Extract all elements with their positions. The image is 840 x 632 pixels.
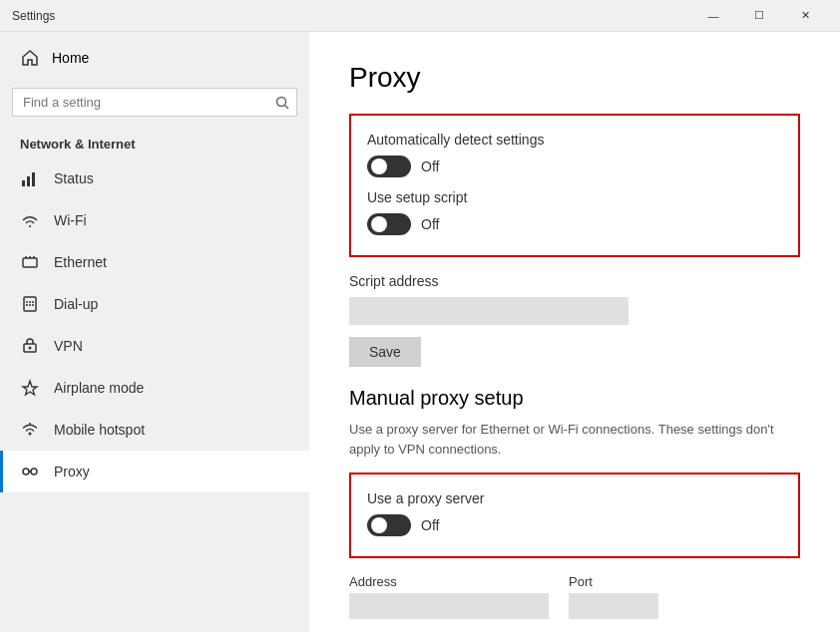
address-port-row: Address Port (349, 574, 800, 619)
dialup-icon (20, 294, 40, 314)
auto-detect-toggle-row: Off (367, 156, 782, 177)
app-container: Home Network & Internet S (0, 32, 840, 632)
sidebar-item-label: Wi-Fi (54, 212, 87, 228)
sidebar-item-wifi[interactable]: Wi-Fi (0, 199, 309, 241)
wifi-icon (20, 210, 40, 230)
svg-point-21 (23, 469, 29, 474)
vpn-icon (20, 336, 40, 356)
home-icon (20, 48, 40, 68)
close-button[interactable]: ✕ (782, 0, 828, 32)
search-input[interactable] (12, 88, 297, 117)
svg-point-11 (26, 301, 28, 303)
svg-line-1 (285, 105, 289, 109)
airplane-icon (20, 378, 40, 398)
auto-detect-toggle[interactable] (367, 156, 411, 177)
search-icon (275, 96, 289, 110)
hotspot-icon (20, 420, 40, 440)
sidebar-item-vpn[interactable]: VPN (0, 325, 309, 367)
svg-point-13 (32, 301, 34, 303)
sidebar-item-label: VPN (54, 338, 83, 354)
svg-rect-6 (23, 258, 37, 267)
sidebar-item-label: Dial-up (54, 296, 98, 312)
script-address-input[interactable] (349, 297, 629, 325)
auto-detect-label: Automatically detect settings (367, 132, 782, 148)
address-group: Address (349, 574, 549, 619)
sidebar-item-label: Airplane mode (54, 380, 144, 396)
svg-rect-3 (27, 176, 30, 186)
port-group: Port (569, 574, 658, 619)
titlebar-title: Settings (12, 9, 690, 23)
sidebar-item-status[interactable]: Status (0, 158, 309, 199)
manual-proxy-title: Manual proxy setup (349, 387, 800, 410)
sidebar: Home Network & Internet S (0, 32, 309, 632)
setup-script-toggle[interactable] (367, 213, 411, 235)
port-label: Port (569, 574, 658, 589)
maximize-button[interactable]: ☐ (736, 0, 782, 32)
minimize-button[interactable]: — (690, 0, 736, 32)
sidebar-item-label: Ethernet (54, 254, 107, 270)
setup-script-label: Use setup script (367, 189, 782, 205)
sidebar-item-dialup[interactable]: Dial-up (0, 283, 309, 325)
use-proxy-toggle-row: Off (367, 514, 782, 536)
sidebar-item-label: Mobile hotspot (54, 422, 145, 438)
sidebar-item-ethernet[interactable]: Ethernet (0, 241, 309, 283)
sidebar-item-label: Proxy (54, 464, 90, 479)
content-area: Proxy Automatically detect settings Off … (309, 32, 840, 632)
address-input[interactable] (349, 593, 549, 619)
titlebar: Settings — ☐ ✕ (0, 0, 840, 32)
svg-point-16 (32, 304, 34, 306)
svg-rect-5 (37, 170, 38, 171)
sidebar-home-item[interactable]: Home (0, 32, 309, 84)
svg-point-22 (31, 469, 37, 474)
svg-point-19 (29, 433, 32, 436)
titlebar-controls: — ☐ ✕ (690, 0, 828, 32)
use-proxy-toggle[interactable] (367, 514, 411, 536)
status-icon (20, 168, 40, 188)
sidebar-item-proxy[interactable]: Proxy (0, 451, 309, 492)
svg-rect-2 (22, 180, 25, 186)
sidebar-item-airplane[interactable]: Airplane mode (0, 367, 309, 409)
setup-script-toggle-row: Off (367, 213, 782, 235)
save-button[interactable]: Save (349, 337, 421, 367)
svg-point-15 (29, 304, 31, 306)
ethernet-icon (20, 252, 40, 272)
proxy-icon (20, 462, 40, 481)
setup-script-toggle-label: Off (421, 216, 439, 232)
svg-point-12 (29, 301, 31, 303)
page-title: Proxy (349, 62, 800, 94)
use-proxy-label: Use a proxy server (367, 490, 782, 506)
svg-point-18 (29, 347, 32, 350)
svg-rect-4 (32, 172, 35, 186)
svg-point-14 (26, 304, 28, 306)
manual-proxy-description: Use a proxy server for Ethernet or Wi-Fi… (349, 420, 778, 459)
auto-detect-section: Automatically detect settings Off Use se… (349, 114, 800, 257)
use-proxy-section: Use a proxy server Off (349, 473, 800, 558)
svg-point-0 (277, 97, 286, 106)
search-box (12, 88, 297, 117)
use-proxy-toggle-label: Off (421, 517, 439, 533)
script-address-label: Script address (349, 273, 800, 289)
home-label: Home (52, 50, 89, 66)
address-label: Address (349, 574, 549, 589)
sidebar-item-hotspot[interactable]: Mobile hotspot (0, 409, 309, 451)
auto-detect-toggle-label: Off (421, 158, 439, 174)
sidebar-item-label: Status (54, 170, 94, 186)
section-label: Network & Internet (0, 129, 309, 158)
port-input[interactable] (569, 593, 658, 619)
